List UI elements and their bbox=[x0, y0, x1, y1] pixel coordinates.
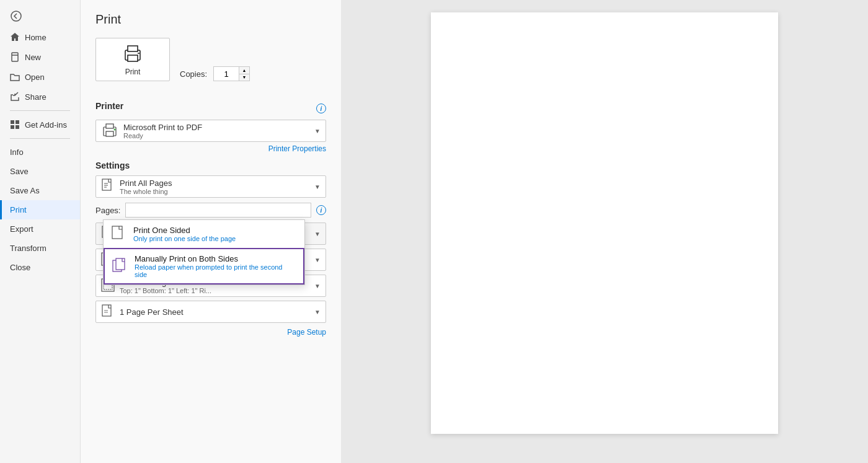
sidebar-item-export[interactable]: Export bbox=[0, 219, 80, 239]
sidebar-item-transform[interactable]: Transform bbox=[0, 239, 80, 258]
svg-rect-8 bbox=[128, 55, 138, 61]
sidebar-label-close: Close bbox=[10, 263, 30, 272]
pages-per-sheet-text: 1 Page Per Sheet bbox=[120, 307, 314, 317]
sidebar: Home New Open Share Get Add-ins Info Sav… bbox=[0, 0, 81, 463]
sidebar-item-new[interactable]: New bbox=[0, 47, 80, 67]
one-sided-dropdown-menu: Print One Sided Only print on one side o… bbox=[103, 219, 305, 285]
printer-icon bbox=[101, 121, 118, 141]
letter-arrow: ▼ bbox=[314, 257, 321, 263]
menu-item-one-sided-sub: Only print on one side of the page bbox=[133, 235, 297, 242]
pages-input[interactable] bbox=[125, 203, 311, 218]
pages-per-sheet-main: 1 Page Per Sheet bbox=[120, 307, 314, 317]
pages-label: Pages: bbox=[95, 206, 120, 215]
svg-rect-15 bbox=[102, 179, 111, 190]
svg-point-0 bbox=[11, 11, 21, 21]
print-large-button[interactable]: Print bbox=[95, 38, 170, 81]
preview-area bbox=[341, 0, 868, 463]
pages-info-icon[interactable]: i bbox=[316, 205, 326, 215]
pages-row: Pages: i bbox=[95, 203, 326, 218]
menu-item-one-sided-title: Print One Sided bbox=[133, 226, 297, 235]
svg-rect-3 bbox=[11, 120, 14, 124]
preview-page bbox=[431, 12, 778, 434]
svg-rect-10 bbox=[138, 53, 140, 54]
printer-status: Ready bbox=[123, 132, 314, 139]
sidebar-item-save[interactable]: Save bbox=[0, 162, 80, 181]
svg-rect-5 bbox=[11, 125, 14, 129]
sidebar-label-save: Save bbox=[10, 167, 29, 176]
sidebar-label-home: Home bbox=[25, 33, 46, 42]
menu-item-both-sides-title: Manually Print on Both Sides bbox=[135, 254, 296, 263]
sidebar-item-share[interactable]: Share bbox=[0, 87, 80, 107]
pages-per-sheet-dropdown[interactable]: 1 Page Per Sheet ▼ bbox=[95, 301, 326, 323]
printer-dropdown-arrow: ▼ bbox=[314, 128, 321, 134]
print-all-pages-text: Print All Pages The whole thing bbox=[120, 179, 314, 195]
menu-item-one-sided-icon bbox=[111, 225, 127, 243]
sidebar-label-export: Export bbox=[10, 224, 33, 234]
printer-section-title: Printer bbox=[95, 101, 123, 111]
sidebar-label-save-as: Save As bbox=[10, 186, 40, 195]
sidebar-item-info[interactable]: Info bbox=[0, 143, 80, 162]
copies-up-button[interactable]: ▲ bbox=[239, 67, 249, 74]
svg-rect-1 bbox=[12, 53, 18, 61]
margins-sub: Top: 1" Bottom: 1" Left: 1" Ri... bbox=[120, 287, 314, 294]
svg-point-14 bbox=[114, 128, 116, 130]
sidebar-divider2 bbox=[10, 138, 70, 139]
settings-section-title: Settings bbox=[95, 161, 130, 170]
info-icon[interactable]: i bbox=[316, 104, 326, 113]
sidebar-item-close[interactable]: Close bbox=[0, 258, 80, 277]
sidebar-label-print: Print bbox=[10, 205, 27, 214]
sidebar-item-open[interactable]: Open bbox=[0, 67, 80, 87]
one-sided-arrow: ▼ bbox=[314, 231, 321, 237]
print-all-pages-main: Print All Pages bbox=[120, 179, 314, 188]
svg-rect-13 bbox=[106, 124, 113, 128]
sidebar-item-print[interactable]: Print bbox=[0, 200, 80, 219]
svg-rect-22 bbox=[116, 258, 125, 270]
print-all-pages-dropdown[interactable]: Print All Pages The whole thing ▼ bbox=[95, 175, 326, 198]
svg-rect-4 bbox=[16, 120, 19, 124]
settings-section: Settings Print All Pages The whole thing bbox=[95, 161, 326, 337]
sidebar-item-save-as[interactable]: Save As bbox=[0, 181, 80, 200]
margins-arrow: ▼ bbox=[314, 283, 321, 289]
copies-row: Copies: ▲ ▼ bbox=[180, 66, 250, 81]
sidebar-label-share: Share bbox=[25, 92, 46, 102]
sidebar-item-get-add-ins[interactable]: Get Add-ins bbox=[0, 115, 80, 134]
copies-label: Copies: bbox=[180, 69, 207, 79]
sidebar-label-info: Info bbox=[10, 148, 24, 157]
sidebar-label-transform: Transform bbox=[10, 244, 46, 253]
svg-rect-12 bbox=[106, 131, 113, 136]
sidebar-label-open: Open bbox=[25, 73, 45, 82]
sidebar-divider bbox=[10, 110, 70, 111]
menu-item-one-sided[interactable]: Print One Sided Only print on one side o… bbox=[104, 220, 304, 248]
print-all-pages-arrow: ▼ bbox=[314, 183, 321, 190]
sidebar-label-get-add-ins: Get Add-ins bbox=[25, 120, 67, 130]
printer-dropdown[interactable]: Microsoft Print to PDF Ready ▼ bbox=[95, 120, 326, 142]
page-setup-link[interactable]: Page Setup bbox=[95, 328, 326, 337]
print-button-label: Print bbox=[125, 68, 141, 76]
menu-item-both-sides-text: Manually Print on Both Sides Reload pape… bbox=[135, 254, 296, 278]
pages-per-sheet-arrow: ▼ bbox=[314, 309, 321, 315]
print-panel: Print Print Copies: ▲ ▼ bbox=[81, 0, 341, 463]
print-all-pages-sub: The whole thing bbox=[120, 188, 314, 195]
svg-rect-6 bbox=[16, 125, 19, 129]
pages-per-sheet-icon bbox=[101, 304, 115, 320]
copies-down-button[interactable]: ▼ bbox=[239, 74, 249, 81]
menu-item-both-sides-sub: Reload paper when prompted to print the … bbox=[135, 263, 296, 278]
sidebar-label-new: New bbox=[25, 53, 41, 62]
back-button[interactable] bbox=[0, 5, 80, 27]
menu-item-one-sided-text: Print One Sided Only print on one side o… bbox=[133, 226, 297, 242]
print-all-pages-icon bbox=[101, 179, 115, 195]
printer-dropdown-text: Microsoft Print to PDF Ready bbox=[123, 123, 314, 139]
page-title: Print bbox=[95, 12, 326, 27]
menu-item-both-sides-icon bbox=[112, 257, 128, 275]
svg-rect-20 bbox=[112, 226, 122, 239]
printer-name: Microsoft Print to PDF bbox=[123, 123, 314, 132]
menu-item-both-sides[interactable]: Manually Print on Both Sides Reload pape… bbox=[104, 248, 304, 284]
printer-properties-link[interactable]: Printer Properties bbox=[95, 144, 326, 153]
copies-input[interactable] bbox=[214, 67, 239, 81]
sidebar-item-home[interactable]: Home bbox=[0, 27, 80, 47]
svg-rect-9 bbox=[128, 46, 138, 51]
printer-header: Printer i bbox=[95, 101, 326, 116]
printer-section: Printer i Microsoft Print to PDF Ready bbox=[95, 101, 326, 153]
main-area: Print Print Copies: ▲ ▼ bbox=[81, 0, 868, 463]
